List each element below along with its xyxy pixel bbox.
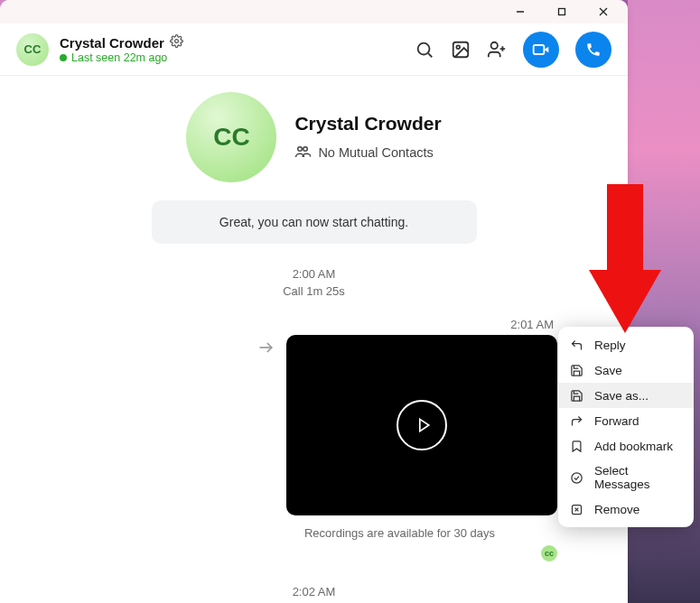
ctx-forward-label: Forward bbox=[594, 414, 639, 428]
ctx-save-as[interactable]: Save as... bbox=[558, 383, 694, 408]
voice-call-button[interactable] bbox=[575, 32, 611, 68]
svg-marker-17 bbox=[419, 419, 428, 431]
svg-point-8 bbox=[456, 45, 460, 49]
add-contact-icon[interactable] bbox=[487, 40, 507, 60]
minimize-button[interactable] bbox=[499, 0, 541, 23]
context-menu: Reply Save Save as... Forward Add bookma… bbox=[558, 327, 694, 527]
contacts-icon bbox=[294, 144, 311, 162]
mutual-contacts-row: No Mutual Contacts bbox=[294, 144, 441, 162]
save-as-icon bbox=[569, 388, 583, 403]
message-timestamp: 2:01 AM bbox=[0, 318, 628, 331]
ctx-reply[interactable]: Reply bbox=[558, 332, 694, 357]
settings-icon[interactable] bbox=[170, 34, 183, 51]
header-name-block: Crystal Crowder Last seen 22m ago bbox=[60, 34, 415, 64]
ctx-reply-label: Reply bbox=[594, 339, 626, 352]
svg-point-9 bbox=[491, 42, 498, 48]
svg-rect-1 bbox=[559, 9, 565, 15]
video-call-button[interactable] bbox=[523, 32, 559, 68]
profile-card: CC Crystal Crowder No Mutual Contacts bbox=[0, 92, 628, 182]
ctx-save[interactable]: Save bbox=[558, 357, 694, 383]
svg-rect-12 bbox=[534, 45, 545, 54]
svg-line-6 bbox=[428, 53, 432, 57]
forward-icon bbox=[569, 413, 583, 428]
chat-header: CC Crystal Crowder Last seen 22m ago bbox=[0, 23, 628, 76]
check-circle-icon bbox=[569, 470, 583, 485]
ctx-save-as-label: Save as... bbox=[594, 389, 649, 403]
share-icon[interactable] bbox=[257, 339, 275, 360]
ctx-select-messages[interactable]: Select Messages bbox=[558, 459, 694, 496]
call-duration-1: Call 1m 25s bbox=[0, 284, 628, 298]
close-button[interactable] bbox=[583, 0, 624, 23]
save-icon bbox=[569, 363, 583, 377]
start-chat-banner: Great, you can now start chatting. bbox=[152, 200, 477, 244]
read-receipt: cc bbox=[0, 545, 628, 561]
contact-name: Crystal Crowder bbox=[60, 35, 164, 51]
svg-point-4 bbox=[175, 40, 179, 43]
search-icon[interactable] bbox=[415, 40, 434, 60]
recording-note: Recordings are available for 30 days bbox=[304, 526, 495, 540]
ctx-bookmark[interactable]: Add bookmark bbox=[558, 433, 694, 459]
maximize-button[interactable] bbox=[541, 0, 583, 23]
timestamp-1: 2:00 AM bbox=[0, 267, 628, 281]
timestamp-2: 2:02 AM bbox=[0, 585, 628, 598]
gallery-icon[interactable] bbox=[451, 40, 471, 60]
ctx-select-label: Select Messages bbox=[594, 464, 683, 491]
ctx-remove-label: Remove bbox=[594, 503, 639, 516]
titlebar bbox=[0, 0, 628, 23]
svg-point-14 bbox=[298, 146, 303, 151]
app-window: CC Crystal Crowder Last seen 22m ago bbox=[0, 0, 628, 603]
bookmark-icon bbox=[569, 439, 583, 453]
presence-dot-icon bbox=[60, 54, 67, 61]
remove-icon bbox=[569, 502, 583, 516]
ctx-forward[interactable]: Forward bbox=[558, 408, 694, 433]
play-icon[interactable] bbox=[397, 400, 447, 450]
profile-name: Crystal Crowder bbox=[294, 113, 441, 135]
svg-point-18 bbox=[571, 472, 581, 482]
svg-point-15 bbox=[303, 146, 308, 151]
video-message-row bbox=[0, 335, 628, 515]
ctx-remove[interactable]: Remove bbox=[558, 496, 694, 522]
mutual-contacts-text: No Mutual Contacts bbox=[318, 145, 433, 160]
ctx-save-label: Save bbox=[594, 364, 622, 377]
reply-icon bbox=[569, 338, 583, 352]
video-thumbnail[interactable] bbox=[286, 335, 557, 515]
ctx-bookmark-label: Add bookmark bbox=[594, 440, 673, 453]
last-seen-status: Last seen 22m ago bbox=[71, 51, 167, 64]
svg-point-5 bbox=[418, 42, 430, 54]
profile-avatar[interactable]: CC bbox=[186, 92, 276, 182]
read-receipt-avatar: cc bbox=[541, 545, 557, 561]
chat-main: CC Crystal Crowder No Mutual Contacts Gr… bbox=[0, 76, 628, 603]
header-avatar[interactable]: CC bbox=[16, 33, 49, 66]
